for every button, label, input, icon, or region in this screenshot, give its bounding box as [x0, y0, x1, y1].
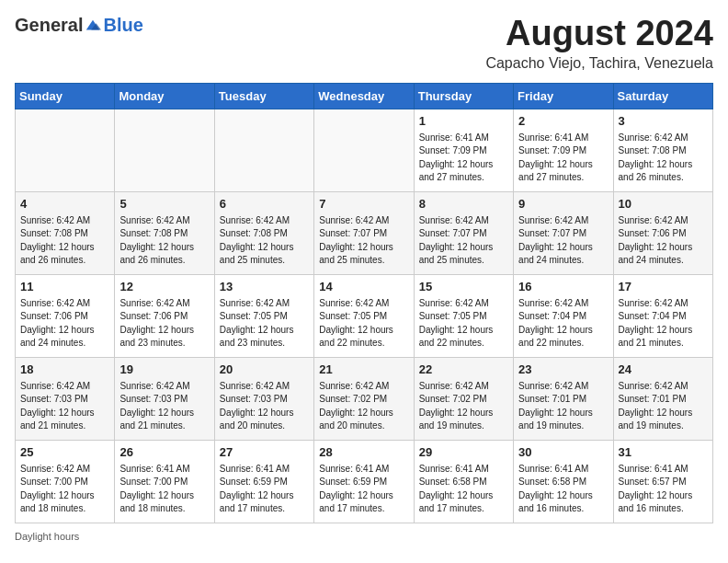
day-info: Sunrise: 6:41 AM Sunset: 7:09 PM Dayligh… [518, 132, 608, 185]
day-number: 25 [20, 444, 109, 461]
page-container: General Blue August 2024 Capacho Viejo, … [15, 15, 713, 542]
calendar-cell: 17Sunrise: 6:42 AM Sunset: 7:04 PM Dayli… [613, 274, 712, 357]
calendar-cell: 25Sunrise: 6:42 AM Sunset: 7:00 PM Dayli… [16, 440, 115, 523]
day-number: 7 [319, 196, 408, 213]
day-number: 1 [419, 113, 508, 130]
day-info: Sunrise: 6:42 AM Sunset: 7:01 PM Dayligh… [518, 380, 608, 433]
day-info: Sunrise: 6:41 AM Sunset: 6:59 PM Dayligh… [220, 463, 309, 516]
day-number: 9 [518, 196, 608, 213]
day-info: Sunrise: 6:42 AM Sunset: 7:05 PM Dayligh… [419, 297, 508, 350]
day-info: Sunrise: 6:42 AM Sunset: 7:08 PM Dayligh… [619, 132, 708, 185]
calendar-cell: 4Sunrise: 6:42 AM Sunset: 7:08 PM Daylig… [16, 191, 115, 274]
footer-note: Daylight hours [15, 531, 713, 542]
day-number: 21 [319, 362, 408, 378]
calendar-cell: 18Sunrise: 6:42 AM Sunset: 7:03 PM Dayli… [16, 357, 115, 440]
logo: General Blue [15, 15, 143, 36]
month-title: August 2024 [485, 15, 713, 53]
day-info: Sunrise: 6:42 AM Sunset: 7:08 PM Dayligh… [20, 214, 109, 268]
day-info: Sunrise: 6:42 AM Sunset: 7:06 PM Dayligh… [20, 297, 109, 350]
calendar-cell: 8Sunrise: 6:42 AM Sunset: 7:07 PM Daylig… [414, 191, 513, 274]
day-number: 5 [119, 196, 209, 213]
logo-icon [85, 17, 101, 34]
day-number: 30 [518, 444, 608, 461]
day-info: Sunrise: 6:42 AM Sunset: 7:04 PM Dayligh… [619, 297, 708, 350]
calendar-cell: 1Sunrise: 6:41 AM Sunset: 7:09 PM Daylig… [414, 109, 513, 191]
day-info: Sunrise: 6:42 AM Sunset: 7:05 PM Dayligh… [220, 297, 309, 350]
day-number: 12 [119, 279, 209, 295]
calendar-week-row: 18Sunrise: 6:42 AM Sunset: 7:03 PM Dayli… [16, 357, 713, 440]
calendar-cell: 14Sunrise: 6:42 AM Sunset: 7:05 PM Dayli… [314, 274, 414, 357]
day-number: 23 [518, 362, 608, 378]
calendar-cell: 28Sunrise: 6:41 AM Sunset: 6:59 PM Dayli… [314, 440, 414, 523]
header: General Blue August 2024 Capacho Viejo, … [15, 15, 713, 72]
calendar-header-sunday: Sunday [16, 83, 115, 109]
calendar-header-monday: Monday [115, 83, 214, 109]
day-number: 15 [419, 279, 508, 295]
day-info: Sunrise: 6:42 AM Sunset: 7:04 PM Dayligh… [518, 297, 608, 350]
day-info: Sunrise: 6:42 AM Sunset: 7:06 PM Dayligh… [619, 214, 708, 268]
title-area: August 2024 Capacho Viejo, Tachira, Vene… [485, 15, 713, 72]
calendar-cell: 22Sunrise: 6:42 AM Sunset: 7:02 PM Dayli… [414, 357, 513, 440]
day-info: Sunrise: 6:42 AM Sunset: 7:03 PM Dayligh… [119, 380, 209, 433]
calendar-cell: 3Sunrise: 6:42 AM Sunset: 7:08 PM Daylig… [613, 109, 712, 191]
day-info: Sunrise: 6:42 AM Sunset: 7:06 PM Dayligh… [119, 297, 209, 350]
day-info: Sunrise: 6:42 AM Sunset: 7:08 PM Dayligh… [220, 214, 309, 268]
calendar-cell [214, 109, 313, 191]
calendar-header-wednesday: Wednesday [314, 83, 414, 109]
calendar-cell: 21Sunrise: 6:42 AM Sunset: 7:02 PM Dayli… [314, 357, 414, 440]
day-number: 17 [619, 279, 708, 295]
calendar-cell: 11Sunrise: 6:42 AM Sunset: 7:06 PM Dayli… [16, 274, 115, 357]
logo-general-text: General [15, 15, 83, 36]
day-info: Sunrise: 6:42 AM Sunset: 7:07 PM Dayligh… [419, 214, 508, 268]
day-number: 14 [319, 279, 408, 295]
day-number: 29 [419, 444, 508, 461]
calendar-week-row: 11Sunrise: 6:42 AM Sunset: 7:06 PM Dayli… [16, 274, 713, 357]
day-info: Sunrise: 6:41 AM Sunset: 6:57 PM Dayligh… [619, 463, 708, 516]
calendar-week-row: 25Sunrise: 6:42 AM Sunset: 7:00 PM Dayli… [16, 440, 713, 523]
calendar-cell: 31Sunrise: 6:41 AM Sunset: 6:57 PM Dayli… [613, 440, 712, 523]
logo-blue-text: Blue [103, 15, 142, 36]
day-number: 8 [419, 196, 508, 213]
day-info: Sunrise: 6:42 AM Sunset: 7:07 PM Dayligh… [518, 214, 608, 268]
day-number: 28 [319, 444, 408, 461]
day-number: 6 [220, 196, 309, 213]
calendar-cell: 10Sunrise: 6:42 AM Sunset: 7:06 PM Dayli… [613, 191, 712, 274]
calendar-cell: 24Sunrise: 6:42 AM Sunset: 7:01 PM Dayli… [613, 357, 712, 440]
day-number: 20 [220, 362, 309, 378]
calendar-cell [115, 109, 214, 191]
calendar-cell: 15Sunrise: 6:42 AM Sunset: 7:05 PM Dayli… [414, 274, 513, 357]
calendar-cell: 12Sunrise: 6:42 AM Sunset: 7:06 PM Dayli… [115, 274, 214, 357]
calendar-cell: 13Sunrise: 6:42 AM Sunset: 7:05 PM Dayli… [214, 274, 313, 357]
calendar-cell: 30Sunrise: 6:41 AM Sunset: 6:58 PM Dayli… [514, 440, 613, 523]
calendar-cell: 26Sunrise: 6:41 AM Sunset: 7:00 PM Dayli… [115, 440, 214, 523]
calendar-cell: 29Sunrise: 6:41 AM Sunset: 6:58 PM Dayli… [414, 440, 513, 523]
day-number: 22 [419, 362, 508, 378]
day-info: Sunrise: 6:42 AM Sunset: 7:03 PM Dayligh… [220, 380, 309, 433]
day-info: Sunrise: 6:42 AM Sunset: 7:02 PM Dayligh… [419, 380, 508, 433]
day-number: 4 [20, 196, 109, 213]
calendar-cell [314, 109, 414, 191]
calendar-cell: 23Sunrise: 6:42 AM Sunset: 7:01 PM Dayli… [514, 357, 613, 440]
calendar-header-row: SundayMondayTuesdayWednesdayThursdayFrid… [16, 83, 713, 109]
day-number: 3 [619, 113, 708, 130]
calendar-cell: 27Sunrise: 6:41 AM Sunset: 6:59 PM Dayli… [214, 440, 313, 523]
calendar-cell [16, 109, 115, 191]
day-number: 27 [220, 444, 309, 461]
day-info: Sunrise: 6:42 AM Sunset: 7:05 PM Dayligh… [319, 297, 408, 350]
day-info: Sunrise: 6:41 AM Sunset: 7:09 PM Dayligh… [419, 132, 508, 185]
day-info: Sunrise: 6:42 AM Sunset: 7:00 PM Dayligh… [20, 463, 109, 516]
calendar-cell: 20Sunrise: 6:42 AM Sunset: 7:03 PM Dayli… [214, 357, 313, 440]
day-number: 2 [518, 113, 608, 130]
day-number: 19 [119, 362, 209, 378]
day-number: 11 [20, 279, 109, 295]
calendar-header-thursday: Thursday [414, 83, 513, 109]
day-number: 31 [619, 444, 708, 461]
day-number: 24 [619, 362, 708, 378]
calendar-cell: 7Sunrise: 6:42 AM Sunset: 7:07 PM Daylig… [314, 191, 414, 274]
day-number: 26 [119, 444, 209, 461]
calendar-week-row: 1Sunrise: 6:41 AM Sunset: 7:09 PM Daylig… [16, 109, 713, 191]
calendar-cell: 5Sunrise: 6:42 AM Sunset: 7:08 PM Daylig… [115, 191, 214, 274]
calendar-cell: 16Sunrise: 6:42 AM Sunset: 7:04 PM Dayli… [514, 274, 613, 357]
day-number: 16 [518, 279, 608, 295]
day-info: Sunrise: 6:42 AM Sunset: 7:08 PM Dayligh… [119, 214, 209, 268]
